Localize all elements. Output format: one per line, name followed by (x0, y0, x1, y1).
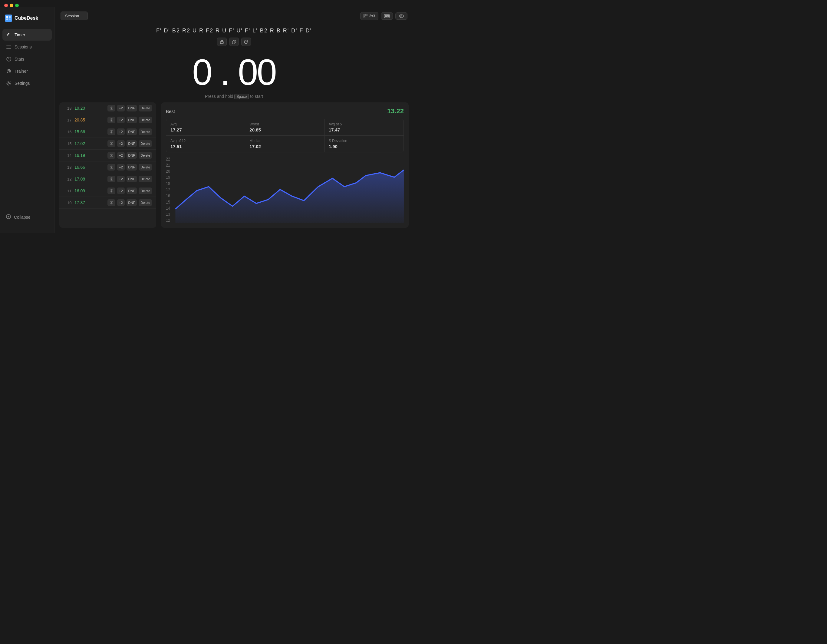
solve-plus2-button[interactable]: +2 (117, 140, 125, 147)
solve-dnf-button[interactable]: DNF (126, 188, 137, 194)
solve-info-button[interactable]: ⓘ (108, 117, 115, 123)
solve-dnf-button[interactable]: DNF (126, 140, 137, 147)
scramble-area: F' D' B2 R2 U R F2 R U F' U' F' L' B2 R … (55, 25, 414, 51)
svg-rect-18 (387, 15, 388, 16)
stats-cell-label: S Deviation (329, 139, 399, 143)
solve-plus2-button[interactable]: +2 (117, 199, 125, 206)
stats-best-label: Best (166, 109, 175, 114)
logo-icon (5, 14, 12, 22)
hint-suffix: to start (250, 94, 263, 99)
copy-scramble-button[interactable] (229, 38, 239, 46)
svg-text:17: 17 (166, 187, 170, 192)
solve-info-button[interactable]: ⓘ (108, 164, 115, 170)
stats-cell: Avg of 12 17.51 (166, 136, 245, 152)
cube-type-button[interactable]: 3x3 (360, 12, 378, 20)
solve-info-button[interactable]: ⓘ (108, 188, 115, 194)
sessions-icon (6, 44, 11, 50)
solve-delete-button[interactable]: Delete (139, 152, 152, 159)
solve-delete-button[interactable]: Delete (139, 199, 152, 206)
scramble-text: F' D' B2 R2 U R F2 R U F' U' F' L' B2 R … (61, 28, 407, 34)
solve-plus2-button[interactable]: +2 (117, 128, 125, 135)
solve-dnf-button[interactable]: DNF (126, 117, 137, 123)
cube-icon (364, 14, 368, 18)
svg-text:15: 15 (166, 200, 170, 205)
close-button[interactable] (4, 4, 8, 7)
solve-delete-button[interactable]: Delete (139, 164, 152, 170)
solve-plus2-button[interactable]: +2 (117, 176, 125, 182)
stats-cell-value: 1.90 (329, 144, 399, 149)
table-row: 11. 16.09 ⓘ +2 DNF Delete (59, 185, 156, 197)
stats-cell: Median 17.02 (245, 136, 324, 152)
keyboard-button[interactable] (381, 13, 393, 20)
svg-point-9 (8, 70, 10, 72)
session-button[interactable]: Session + (61, 11, 88, 20)
logo-text: CubeDesk (14, 16, 38, 21)
solve-info-button[interactable]: ⓘ (108, 199, 115, 206)
topbar-right: 3x3 (360, 12, 407, 20)
svg-rect-24 (220, 42, 223, 44)
svg-text:19: 19 (166, 175, 170, 180)
sidebar-item-label-timer: Timer (14, 33, 25, 37)
solve-delete-button[interactable]: Delete (139, 176, 152, 182)
stats-grid: Avg 17.27 Worst 20.85 Avg of 5 17.47 Avg… (166, 119, 404, 152)
refresh-scramble-button[interactable] (241, 38, 251, 46)
solve-plus2-button[interactable]: +2 (117, 117, 125, 123)
solve-dnf-button[interactable]: DNF (126, 128, 137, 135)
solve-time: 20.85 (75, 117, 90, 122)
solve-time: 16.09 (75, 188, 90, 193)
solve-dnf-button[interactable]: DNF (126, 105, 137, 111)
minimize-button[interactable] (10, 4, 13, 7)
svg-text:12: 12 (166, 218, 170, 223)
stats-cell-value: 17.47 (329, 127, 399, 132)
sidebar-item-sessions[interactable]: Sessions (2, 41, 52, 53)
solve-list: 18. 19.20 ⓘ +2 DNF Delete 17. 20.85 ⓘ +2… (59, 102, 156, 228)
sidebar-item-label-stats: Stats (14, 57, 24, 61)
svg-text:18: 18 (166, 181, 170, 186)
svg-rect-12 (364, 14, 365, 16)
cube-type-label: 3x3 (369, 14, 375, 18)
table-row: 16. 15.66 ⓘ +2 DNF Delete (59, 126, 156, 138)
solve-info-button[interactable]: ⓘ (108, 152, 115, 159)
solve-plus2-button[interactable]: +2 (117, 105, 125, 111)
lock-scramble-button[interactable] (217, 38, 227, 46)
sidebar-item-trainer[interactable]: Trainer (2, 66, 52, 77)
sidebar-item-timer[interactable]: ⏱ Timer (2, 29, 52, 41)
stats-cell-label: Median (250, 139, 320, 143)
solve-plus2-button[interactable]: +2 (117, 188, 125, 194)
solve-info-button[interactable]: ⓘ (108, 176, 115, 182)
visibility-button[interactable] (395, 13, 407, 20)
session-plus-icon: + (81, 14, 83, 18)
solve-info-button[interactable]: ⓘ (108, 128, 115, 135)
solve-plus2-button[interactable]: +2 (117, 152, 125, 159)
solve-dnf-button[interactable]: DNF (126, 176, 137, 182)
stats-cell: S Deviation 1.90 (325, 136, 404, 152)
solve-info-button[interactable]: ⓘ (108, 105, 115, 111)
stats-icon (6, 56, 11, 62)
space-key: Space (234, 94, 249, 99)
solve-dnf-button[interactable]: DNF (126, 152, 137, 159)
solve-dnf-button[interactable]: DNF (126, 199, 137, 206)
solve-plus2-button[interactable]: +2 (117, 164, 125, 170)
stats-cell-label: Avg of 12 (170, 139, 241, 143)
sidebar-item-stats[interactable]: Stats (2, 53, 52, 65)
svg-rect-25 (232, 41, 235, 44)
solve-time: 19.20 (75, 106, 90, 111)
solve-number: 18. (64, 106, 73, 111)
svg-text:20: 20 (166, 169, 170, 174)
sidebar-item-settings[interactable]: Settings (2, 78, 52, 89)
maximize-button[interactable] (15, 4, 19, 7)
solve-delete-button[interactable]: Delete (139, 128, 152, 135)
solve-info-button[interactable]: ⓘ (108, 140, 115, 147)
solve-delete-button[interactable]: Delete (139, 140, 152, 147)
collapse-button[interactable]: Collapse (2, 211, 52, 223)
svg-point-10 (8, 83, 10, 84)
solve-delete-button[interactable]: Delete (139, 117, 152, 123)
solve-number: 11. (64, 189, 73, 193)
solve-delete-button[interactable]: Delete (139, 188, 152, 194)
svg-point-23 (401, 15, 402, 17)
solve-delete-button[interactable]: Delete (139, 105, 152, 111)
solve-number: 16. (64, 130, 73, 134)
table-row: 18. 19.20 ⓘ +2 DNF Delete (59, 102, 156, 114)
svg-rect-16 (385, 15, 385, 16)
solve-dnf-button[interactable]: DNF (126, 164, 137, 170)
